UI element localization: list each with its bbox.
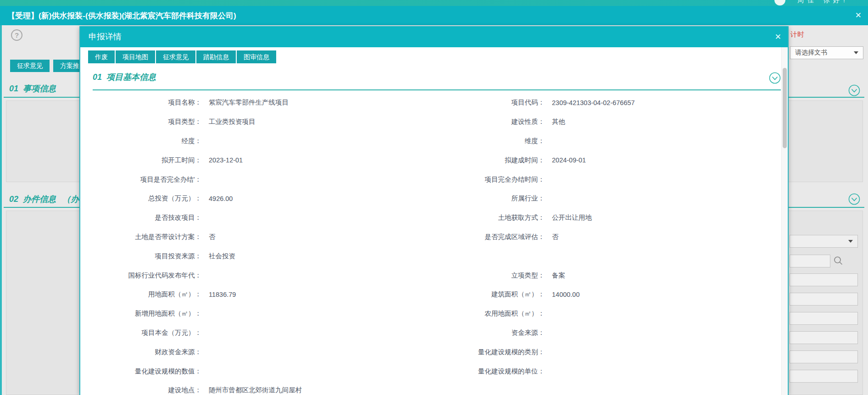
collapse-chevron-icon[interactable] bbox=[848, 193, 860, 205]
user-greeting: 周佳 你好! bbox=[797, 0, 849, 5]
field-label: 用地面积（㎡）： bbox=[88, 290, 201, 299]
field-label: 土地是否带设计方案： bbox=[88, 233, 201, 241]
form-input[interactable] bbox=[790, 293, 858, 306]
timer-label: 计时 bbox=[790, 30, 804, 39]
project-basic-info-heading: 01项目基本信息 bbox=[93, 72, 156, 83]
chevron-down-icon bbox=[854, 51, 858, 54]
form-row-left: 项目投资来源：社会投资 bbox=[88, 252, 433, 261]
window-titlebar: 【受理】(新)供水报装-(供水报装)(湖北紫宸汽车部件科技有限公司) ✕ bbox=[0, 6, 868, 25]
field-value: 其他 bbox=[552, 117, 565, 126]
form-input[interactable] bbox=[790, 312, 858, 325]
section-label-clipped: （办 bbox=[62, 195, 79, 204]
collapse-chevron-icon[interactable] bbox=[848, 84, 860, 96]
form-row-right: 农用地面积（㎡）： bbox=[433, 309, 780, 318]
field-label: 建设地点： bbox=[88, 386, 201, 395]
form-row-right: 建筑面积（㎡）：14000.00 bbox=[433, 290, 780, 299]
search-icon[interactable] bbox=[833, 256, 843, 266]
section-divider bbox=[93, 89, 781, 90]
form-row-left: 项目是否完全办结'： bbox=[88, 175, 433, 184]
modal-scrollbar-thumb[interactable] bbox=[783, 68, 787, 148]
modal-tab-0[interactable]: 作废 bbox=[88, 50, 115, 63]
field-value: 14000.00 bbox=[552, 291, 579, 298]
field-label: 量化建设规模的单位： bbox=[433, 367, 545, 376]
project-basic-info-form: 项目名称：紫宸汽车零部件生产线项目项目代码：2309-421303-04-02-… bbox=[88, 93, 780, 395]
field-value: 否 bbox=[209, 233, 216, 241]
form-row: 项目名称：紫宸汽车零部件生产线项目项目代码：2309-421303-04-02-… bbox=[88, 93, 780, 112]
form-row-right: 量化建设规模的类别： bbox=[433, 348, 780, 356]
field-label: 是否技改项目： bbox=[88, 213, 201, 222]
form-row-left: 用地面积（㎡）：11836.79 bbox=[88, 290, 433, 299]
field-value: 公开出让用地 bbox=[552, 213, 592, 222]
section-number: 02 bbox=[9, 195, 18, 204]
modal-tab-4[interactable]: 图审信息 bbox=[237, 50, 276, 63]
top-strip: 周佳 你好! bbox=[0, 0, 868, 6]
field-label: 农用地面积（㎡）： bbox=[433, 309, 545, 318]
modal-tab-1[interactable]: 项目地图 bbox=[116, 50, 155, 63]
form-row-left: 项目名称：紫宸汽车零部件生产线项目 bbox=[88, 98, 433, 107]
modal-scrollbar[interactable] bbox=[781, 47, 787, 395]
field-label: 项目名称： bbox=[88, 98, 201, 107]
field-value: 2023-12-01 bbox=[209, 156, 243, 164]
form-row: 项目本金（万元）：资金来源： bbox=[88, 323, 780, 343]
field-label: 项目投资来源： bbox=[88, 252, 201, 261]
field-value: 紫宸汽车零部件生产线项目 bbox=[209, 98, 289, 107]
form-row-left: 项目类型：工业类投资项目 bbox=[88, 117, 433, 126]
form-row-left: 经度： bbox=[88, 137, 433, 145]
collapse-chevron-icon[interactable] bbox=[769, 72, 781, 84]
field-label: 项目类型： bbox=[88, 117, 201, 126]
section-title-shixiang: 01事项信息 bbox=[9, 83, 56, 94]
field-label: 项目代码： bbox=[433, 98, 545, 107]
window-title: 【受理】(新)供水报装-(供水报装)(湖北紫宸汽车部件科技有限公司) bbox=[7, 11, 236, 21]
field-label: 项目是否完全办结'： bbox=[88, 175, 201, 184]
field-label: 国标行业代码发布年代： bbox=[88, 271, 201, 280]
form-row: 国标行业代码发布年代：立项类型：备案 bbox=[88, 266, 780, 285]
form-row: 项目类型：工业类投资项目建设性质：其他 bbox=[88, 112, 780, 132]
form-row-left: 是否技改项目： bbox=[88, 213, 433, 222]
declaration-detail-modal: 申报详情 ✕ 作废项目地图征求意见踏勘信息图审信息 01项目基本信息 项目名称：… bbox=[79, 26, 789, 395]
field-label: 总投资（万元）： bbox=[88, 194, 201, 203]
field-label: 立项类型： bbox=[433, 271, 545, 280]
form-input[interactable] bbox=[790, 370, 858, 383]
bg-button-0[interactable]: 征求意见 bbox=[10, 60, 50, 72]
form-input[interactable] bbox=[790, 331, 858, 344]
field-label: 资金来源： bbox=[433, 328, 545, 337]
form-row: 项目是否完全办结'：项目完全办结时间： bbox=[88, 170, 780, 189]
modal-tab-3[interactable]: 踏勘信息 bbox=[196, 50, 236, 63]
form-row: 总投资（万元）：4926.00所属行业： bbox=[88, 189, 780, 208]
form-row: 经度：维度： bbox=[88, 132, 780, 151]
field-value: 11836.79 bbox=[209, 291, 236, 298]
field-label: 是否完成区域评估： bbox=[433, 233, 545, 241]
avatar[interactable] bbox=[774, 0, 785, 6]
field-label: 量化建设规模的数值： bbox=[88, 367, 201, 376]
modal-title: 申报详情 bbox=[89, 31, 122, 42]
modal-action-tabs: 作废项目地图征求意见踏勘信息图审信息 bbox=[88, 50, 276, 63]
form-row: 项目投资来源：社会投资 bbox=[88, 246, 780, 266]
form-row-right: 项目完全办结时间： bbox=[433, 175, 780, 184]
field-value: 工业类投资项目 bbox=[209, 117, 256, 126]
document-select-value: 请选择文书 bbox=[795, 49, 854, 57]
form-input[interactable] bbox=[790, 350, 858, 363]
search-input[interactable] bbox=[790, 255, 830, 267]
field-label: 财政资金来源： bbox=[88, 348, 201, 356]
section-label: 办件信息 bbox=[23, 195, 56, 204]
modal-close-icon[interactable]: ✕ bbox=[775, 32, 781, 42]
window-close-icon[interactable]: ✕ bbox=[855, 11, 862, 21]
field-value: 社会投资 bbox=[209, 252, 235, 261]
document-select[interactable]: 请选择文书 bbox=[790, 46, 863, 59]
panel-dropdown[interactable] bbox=[790, 235, 858, 248]
form-row-right: 拟建成时间：2024-09-01 bbox=[433, 156, 780, 165]
field-value: 2024-09-01 bbox=[552, 156, 586, 164]
form-row: 土地是否带设计方案：否是否完成区域评估：否 bbox=[88, 228, 780, 247]
field-label: 项目完全办结时间： bbox=[433, 175, 545, 184]
form-row-left: 总投资（万元）：4926.00 bbox=[88, 194, 433, 203]
form-row-right: 所属行业： bbox=[433, 194, 780, 203]
form-input[interactable] bbox=[790, 273, 858, 286]
section-label: 项目基本信息 bbox=[106, 72, 156, 82]
form-row-right: 维度： bbox=[433, 137, 780, 145]
form-row: 用地面积（㎡）：11836.79建筑面积（㎡）：14000.00 bbox=[88, 285, 780, 304]
help-icon[interactable]: ? bbox=[11, 29, 22, 41]
form-row-left: 新增用地面积（㎡）： bbox=[88, 309, 433, 318]
modal-tab-2[interactable]: 征求意见 bbox=[156, 50, 195, 63]
form-row-right: 是否完成区域评估：否 bbox=[433, 233, 780, 241]
section-title-banjian: 02办件信息（办 bbox=[9, 194, 79, 205]
